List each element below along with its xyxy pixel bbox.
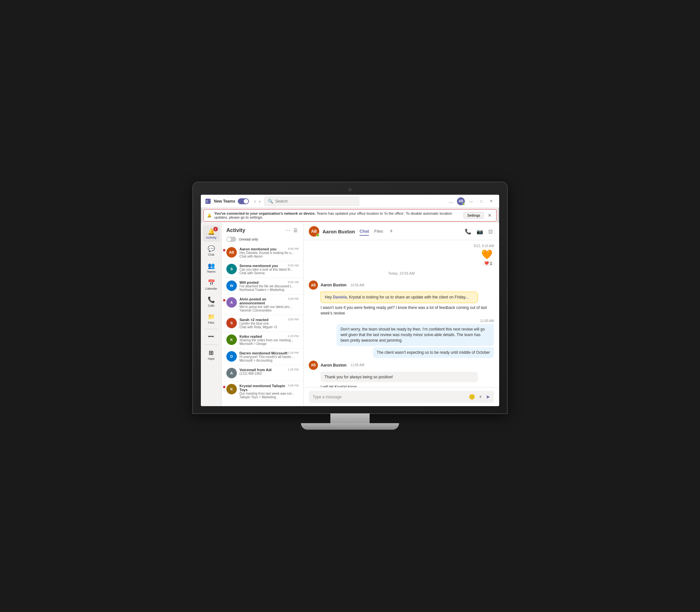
emoji-reaction[interactable]: ❤️ 1 bbox=[483, 261, 494, 266]
more-options-button[interactable]: ... bbox=[447, 198, 455, 205]
attach-button[interactable]: ＋ bbox=[478, 393, 483, 400]
avatar: AB bbox=[226, 247, 237, 258]
monitor-stand-base bbox=[301, 423, 399, 430]
message-input-box: 🙂 ＋ ➤ bbox=[309, 391, 494, 403]
sidebar-label-chat: Chat bbox=[208, 253, 214, 256]
avatar: K bbox=[226, 384, 237, 394]
tab-add-button[interactable]: + bbox=[389, 227, 394, 236]
sidebar-item-apps[interactable]: ⊞ Apps bbox=[203, 347, 220, 363]
activity-time: 9:00 AM bbox=[288, 264, 299, 268]
close-button[interactable]: ✕ bbox=[487, 198, 495, 204]
message-bubble-1: Thank you for always being so positive! bbox=[320, 372, 478, 382]
maximize-button[interactable]: □ bbox=[477, 199, 485, 204]
message-group-2: AB Aaron Buxton 11:05 AM Thank you for a… bbox=[309, 361, 494, 387]
calls-icon: 📞 bbox=[208, 296, 215, 303]
notification-text: You've connected to your organization's … bbox=[214, 211, 461, 219]
notification-close-button[interactable]: ✕ bbox=[486, 213, 493, 218]
activity-name: Voicemail from Adi bbox=[240, 368, 271, 372]
user-avatar[interactable]: AB bbox=[457, 197, 465, 205]
chat-icon: 💬 bbox=[208, 245, 215, 252]
notification-icon: 🔔 bbox=[207, 213, 212, 218]
list-item[interactable]: K Keiko replied 1:29 PM Sharing the note… bbox=[222, 332, 303, 349]
search-bar[interactable]: 🔍 bbox=[264, 197, 359, 206]
activity-sub: Chat with Aaron bbox=[240, 255, 299, 258]
list-item[interactable]: D Darren mentioned Microsoft 1:29 PM Hi … bbox=[222, 349, 303, 365]
activity-name: Sarah +2 reacted bbox=[240, 318, 268, 322]
activity-time: 1:29 PM bbox=[287, 351, 299, 355]
list-item[interactable]: A Voicemail from Adi 1:29 PM (121)-489-1… bbox=[222, 365, 303, 381]
sidebar-label-activity: Activity bbox=[206, 236, 216, 239]
video-call-button[interactable]: 📷 bbox=[475, 227, 484, 236]
activity-sub: Chat with Reta, Miguel +3 bbox=[240, 325, 299, 329]
emoji-button[interactable]: 🙂 bbox=[469, 394, 475, 400]
date-separator: Today, 10:55 AM bbox=[309, 271, 494, 275]
list-item[interactable]: W Will posted 9:00 AM I've attached the … bbox=[222, 278, 303, 294]
sidebar-label-files: Files bbox=[208, 321, 214, 324]
app-logo: T bbox=[205, 198, 211, 205]
popout-button[interactable]: ⊡ bbox=[487, 227, 494, 236]
message-avatar-2: AB bbox=[309, 361, 318, 370]
sidebar-item-files[interactable]: 📁 Files bbox=[203, 310, 220, 327]
contact-name: Aaron Buxton bbox=[323, 229, 355, 234]
forward-button[interactable]: › bbox=[258, 198, 262, 205]
messages-container: 5/12, 9:15 AM 🧡 ❤️ 1 Today, 10:55 AM bbox=[303, 240, 499, 387]
sidebar-item-calls[interactable]: 📞 Calls bbox=[203, 294, 220, 310]
monitor-screen: T New Teams ‹ › 🔍 ... AB bbox=[201, 195, 499, 406]
activity-preview: Sharing the notes from our meeting... bbox=[240, 338, 299, 342]
activity-item-content: Keiko replied 1:29 PM Sharing the notes … bbox=[240, 334, 299, 346]
message-group-sent: 11:00 AM Don't worry, the team should be… bbox=[309, 319, 494, 358]
message-bubble-mentioned: Hey Daniela, Krystal is looking for us t… bbox=[320, 292, 478, 303]
message-input-area: 🙂 ＋ ➤ bbox=[303, 387, 499, 406]
activity-more-button[interactable]: ⋯ bbox=[285, 227, 291, 234]
activity-item-content: Aaron mentioned you 9:00 AM Hey Daniela,… bbox=[240, 247, 299, 258]
sidebar-label-calendar: Calendar bbox=[205, 287, 217, 290]
activity-preview: I've attached the file we discussed t... bbox=[240, 284, 299, 288]
list-item[interactable]: S Sarah +2 reacted 3:05 PM I prefer the … bbox=[222, 315, 303, 332]
list-item[interactable]: A Alvin posted an announcement 3:08 PM W… bbox=[222, 294, 303, 315]
sidebar-item-activity[interactable]: 🔔 Activity 1 bbox=[203, 225, 220, 242]
message-group: AB Aaron Buxton 10:55 AM Hey Daniela, Kr… bbox=[309, 280, 494, 317]
sidebar-item-chat[interactable]: 💬 Chat bbox=[203, 242, 220, 259]
sidebar-item-calendar[interactable]: 📅 Calendar bbox=[203, 277, 220, 293]
sidebar-item-more[interactable]: ••• bbox=[203, 331, 220, 342]
minimize-button[interactable]: — bbox=[467, 199, 476, 204]
sender-row: AB Aaron Buxton 10:55 AM bbox=[309, 280, 494, 290]
monitor-camera bbox=[348, 188, 352, 192]
mention: Daniela bbox=[333, 295, 347, 300]
chat-header: AB Aaron Buxton Chat Files + 📞 📷 bbox=[303, 223, 499, 240]
message-time-2: 11:05 AM bbox=[350, 363, 364, 367]
activity-filter-button[interactable]: ☰ bbox=[292, 227, 299, 234]
activity-time: 3:05 PM bbox=[287, 318, 299, 322]
search-input[interactable] bbox=[275, 199, 356, 204]
list-item[interactable]: K Krystal mentioned Tailspin Toys 3:08 P… bbox=[222, 381, 303, 402]
sidebar-item-teams[interactable]: 👥 Teams bbox=[203, 260, 220, 276]
svg-text:T: T bbox=[206, 200, 208, 203]
title-bar: T New Teams ‹ › 🔍 ... AB bbox=[201, 195, 499, 208]
sidebar-label-apps: Apps bbox=[208, 357, 215, 360]
tab-chat[interactable]: Chat bbox=[359, 227, 369, 236]
audio-call-button[interactable]: 📞 bbox=[463, 227, 473, 236]
tab-files[interactable]: Files bbox=[374, 227, 383, 236]
activity-name: Krystal mentioned Tailspin Toys bbox=[240, 384, 287, 392]
reaction-emoji: ❤️ bbox=[484, 261, 489, 265]
message-group-emoji: 5/12, 9:15 AM 🧡 ❤️ 1 bbox=[309, 244, 494, 266]
activity-name: Darren mentioned Microsoft bbox=[240, 351, 287, 355]
message-avatar: AB bbox=[309, 280, 318, 290]
back-button[interactable]: ‹ bbox=[253, 198, 257, 205]
list-item[interactable]: S Serena mentioned you 9:00 AM Can you t… bbox=[222, 261, 303, 278]
new-teams-toggle[interactable] bbox=[238, 198, 249, 204]
activity-time: 3:08 PM bbox=[287, 297, 299, 305]
avatar: S bbox=[226, 318, 237, 328]
list-item[interactable]: AB Aaron mentioned you 9:00 AM Hey Danie… bbox=[222, 245, 303, 261]
send-button[interactable]: ➤ bbox=[486, 394, 490, 400]
activity-sub: Yammer Communities bbox=[240, 309, 299, 312]
emoji-message: 🧡 bbox=[481, 249, 492, 260]
teams-icon: 👥 bbox=[208, 262, 215, 269]
chat-header-actions: 📞 📷 ⊡ bbox=[463, 227, 494, 236]
avatar: S bbox=[226, 264, 237, 274]
contact-status bbox=[316, 234, 319, 237]
unread-toggle[interactable] bbox=[226, 237, 236, 242]
notification-settings-button[interactable]: Settings bbox=[463, 212, 484, 219]
message-input[interactable] bbox=[313, 395, 466, 399]
files-icon: 📁 bbox=[208, 313, 215, 320]
